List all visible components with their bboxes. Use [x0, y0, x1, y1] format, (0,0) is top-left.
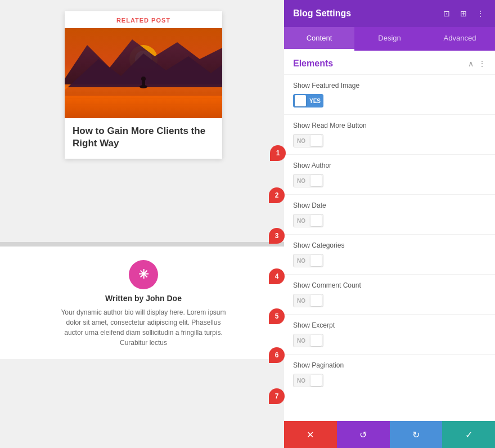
setting-show-read-more: Show Read More Button NO: [284, 114, 495, 154]
main-content: RELATED POST: [0, 0, 287, 448]
toggle-thumb: [310, 175, 322, 186]
toggle-thumb: [310, 255, 322, 266]
tab-design[interactable]: Design: [354, 27, 425, 51]
sidebar-header: Blog Settings ⊡ ⊞ ⋮: [284, 0, 495, 27]
toggle-no-date[interactable]: NO: [293, 214, 323, 227]
setting-label-2: Show Author: [293, 162, 486, 169]
toggle-thumb: [310, 215, 322, 226]
svg-rect-5: [65, 87, 222, 118]
collapse-icon[interactable]: ∧: [468, 59, 474, 68]
asterisk-icon: ✳: [138, 267, 148, 282]
svg-point-11: [141, 77, 146, 81]
badge-5: 5: [269, 308, 285, 324]
setting-show-date: Show Date NO: [284, 194, 495, 234]
setting-show-pagination: Show Pagination NO: [284, 354, 495, 394]
setting-label-6: Show Excerpt: [293, 321, 486, 329]
toggle-no-excerpt[interactable]: NO: [293, 334, 323, 347]
setting-show-comment-count: Show Comment Count NO: [284, 274, 495, 314]
author-section: ✳ Written by John Doe Your dynamic autho…: [0, 247, 287, 359]
toggle-thumb: [310, 295, 322, 306]
save-button[interactable]: ✓: [442, 421, 495, 448]
sidebar-title: Blog Settings: [293, 8, 351, 19]
toggle-thumb: [310, 135, 322, 146]
tab-content[interactable]: Content: [284, 27, 354, 51]
more-options-icon[interactable]: ⋮: [475, 8, 486, 19]
setting-label-7: Show Pagination: [293, 361, 486, 369]
setting-show-featured-image: Show Featured Image YES: [284, 74, 495, 114]
badge-3: 3: [269, 228, 285, 244]
toggle-date[interactable]: NO: [293, 214, 323, 227]
badge-6: 6: [269, 347, 285, 363]
sidebar: Blog Settings ⊡ ⊞ ⋮ Content Design Advan…: [284, 0, 495, 448]
setting-label-5: Show Comment Count: [293, 281, 486, 289]
screen-icon[interactable]: ⊡: [441, 8, 452, 19]
toggle-pagination[interactable]: NO: [293, 374, 323, 387]
redo-button[interactable]: ↻: [390, 421, 443, 448]
cancel-button[interactable]: ✕: [284, 421, 337, 448]
setting-show-excerpt: Show Excerpt NO: [284, 314, 495, 354]
related-post-label: RELATED POST: [65, 11, 222, 28]
badge-4: 4: [269, 268, 285, 284]
toggle-yes-featured-image[interactable]: YES: [293, 94, 323, 107]
toggle-excerpt[interactable]: NO: [293, 334, 323, 347]
cancel-icon: ✕: [307, 429, 314, 440]
toggle-categories[interactable]: NO: [293, 254, 323, 267]
blog-preview: RELATED POST: [65, 11, 222, 159]
setting-label-3: Show Date: [293, 201, 486, 209]
setting-show-categories: Show Categories NO: [284, 234, 495, 274]
setting-show-author: Show Author NO: [284, 154, 495, 194]
bottom-toolbar: ✕ ↺ ↻ ✓: [284, 421, 495, 448]
toggle-featured-image[interactable]: YES: [293, 94, 323, 107]
tab-bar: Content Design Advanced: [284, 27, 495, 51]
divider: [0, 242, 287, 247]
toggle-no-categories[interactable]: NO: [293, 254, 323, 267]
author-bio: Your dynamic author bio will display her…: [59, 307, 228, 348]
save-icon: ✓: [465, 429, 472, 440]
toggle-no-read-more[interactable]: NO: [293, 134, 323, 147]
toggle-no-author[interactable]: NO: [293, 174, 323, 187]
author-name: Written by John Doe: [11, 294, 276, 303]
tab-advanced[interactable]: Advanced: [425, 27, 495, 51]
setting-label-4: Show Categories: [293, 241, 486, 249]
undo-button[interactable]: ↺: [337, 421, 390, 448]
panel-content: Elements ∧ ⋮ Show Featured Image YES Sho…: [284, 51, 495, 421]
elements-title: Elements: [293, 59, 333, 69]
author-avatar: ✳: [129, 260, 158, 289]
toggle-thumb: [295, 95, 306, 106]
toggle-thumb: [310, 335, 322, 346]
grid-icon[interactable]: ⊞: [458, 8, 469, 19]
toggle-no-comment-count[interactable]: NO: [293, 294, 323, 307]
setting-label-0: Show Featured Image: [293, 82, 486, 89]
section-controls: ∧ ⋮: [468, 59, 486, 68]
undo-icon: ↺: [359, 429, 367, 440]
blog-image: [65, 28, 222, 118]
blog-title: How to Gain More Clients the Right Way: [65, 118, 222, 159]
toggle-no-pagination[interactable]: NO: [293, 374, 323, 387]
setting-label-1: Show Read More Button: [293, 122, 486, 129]
toggle-comment-count[interactable]: NO: [293, 294, 323, 307]
toggle-thumb: [310, 375, 322, 386]
header-icons: ⊡ ⊞ ⋮: [441, 8, 486, 19]
badge-7: 7: [269, 388, 285, 404]
toggle-author[interactable]: NO: [293, 174, 323, 187]
section-more-icon[interactable]: ⋮: [478, 59, 486, 68]
elements-section-header: Elements ∧ ⋮: [284, 51, 495, 74]
badge-1: 1: [270, 145, 286, 161]
toggle-read-more[interactable]: NO: [293, 134, 323, 147]
badge-2: 2: [269, 187, 285, 203]
redo-icon: ↻: [412, 429, 420, 440]
